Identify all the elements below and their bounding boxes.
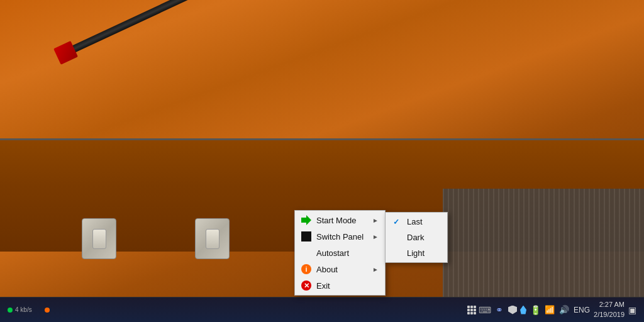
exit-icon: ✕ [301, 280, 311, 291]
menu-item-exit-label: Exit [316, 281, 330, 291]
app-speed-label: 4 kb/s [15, 306, 32, 313]
battery-icon[interactable]: 🔋 [530, 305, 541, 315]
tray-icons: ⌨ ⚭ 🔋 📶 🔊 [467, 305, 570, 315]
taskbar: 4 kb/s ⌨ ⚭ 🔋 📶 🔊 ENG 2:27 AM 2/19/2019 [0, 297, 644, 322]
menu-item-autostart-label: Autostart [316, 248, 349, 258]
submenu-label-dark: Dark [407, 233, 424, 242]
menu-item-exit[interactable]: ✕ Exit [295, 277, 385, 294]
menu-item-autostart[interactable]: Autostart [295, 245, 385, 261]
audio-icon[interactable]: 🔊 [558, 305, 570, 314]
submenu-item-dark[interactable]: ✓ Dark [386, 230, 447, 245]
shield-icon[interactable] [508, 306, 517, 314]
submenu-label-light: Light [407, 248, 425, 258]
app-dot-orange [45, 308, 50, 313]
menu-item-about-label: About [316, 265, 338, 274]
submenu-arrow-start-mode: ► [372, 217, 379, 224]
menu-item-switch-panel-label: Switch Panel [316, 232, 364, 242]
app-indicator-2[interactable] [40, 306, 55, 314]
start-mode-submenu: ✓ Last ✓ Dark ✓ Light [385, 212, 448, 263]
menu-item-start-mode[interactable]: Start Mode ► ✓ Last ✓ Dark ✓ Light [295, 212, 385, 228]
submenu-arrow-switch-panel: ► [372, 233, 379, 240]
menu-item-switch-panel[interactable]: Switch Panel ► [295, 228, 385, 245]
taskbar-clock[interactable]: 2:27 AM 2/19/2019 [594, 300, 625, 319]
submenu-label-last: Last [407, 217, 423, 226]
clock-time: 2:27 AM [594, 300, 625, 309]
submenu-item-light[interactable]: ✓ Light [386, 245, 447, 261]
submenu-item-last[interactable]: ✓ Last [386, 214, 447, 230]
autostart-icon-spacer [301, 248, 311, 258]
clasp-1 [82, 218, 116, 259]
app-dot-green [8, 308, 13, 313]
panel-icon [301, 231, 311, 242]
notification-icon[interactable]: ▣ [628, 305, 636, 315]
context-menu: Start Mode ► ✓ Last ✓ Dark ✓ Light Switc… [294, 210, 386, 296]
app-indicator-1[interactable]: 4 kb/s [3, 305, 37, 314]
check-last: ✓ [393, 218, 402, 226]
grid-icon[interactable] [467, 306, 476, 314]
menu-item-start-mode-label: Start Mode [316, 216, 357, 225]
green-arrow-icon [301, 215, 311, 225]
wifi-icon[interactable]: 📶 [544, 305, 555, 314]
taskbar-left: 4 kb/s [0, 305, 467, 314]
clasp-2 [195, 218, 230, 259]
info-icon: i [301, 264, 311, 274]
language-label[interactable]: ENG [574, 306, 590, 314]
submenu-arrow-about: ► [372, 266, 379, 273]
speaker-grill [443, 189, 644, 302]
bluetooth-icon[interactable]: ⚭ [494, 305, 505, 315]
taskbar-right: ⌨ ⚭ 🔋 📶 🔊 ENG 2:27 AM 2/19/2019 ▣ [467, 300, 644, 319]
clock-date: 2/19/2019 [594, 310, 625, 319]
keyboard-icon[interactable]: ⌨ [479, 305, 491, 315]
menu-item-about[interactable]: i About ► [295, 261, 385, 277]
drop-icon[interactable] [520, 306, 526, 314]
